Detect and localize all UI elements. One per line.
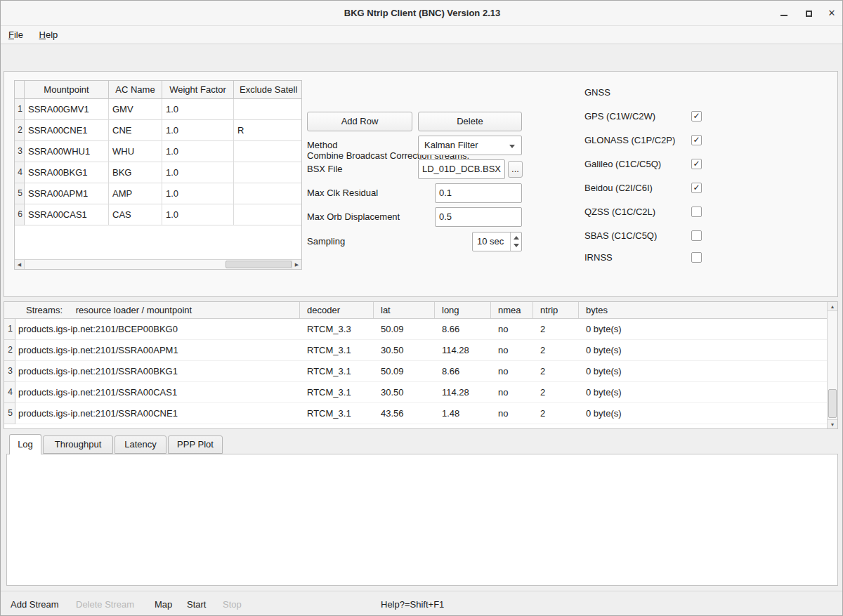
menu-file[interactable]: File — [3, 26, 29, 44]
scroll-down-icon[interactable]: ▼ — [828, 419, 837, 428]
method-value: Kalman Filter — [424, 140, 478, 150]
minimize-button[interactable] — [773, 1, 795, 26]
col-header-decoder: decoder — [300, 302, 374, 318]
start-action[interactable]: Start — [187, 598, 206, 611]
scrollbar-thumb[interactable] — [226, 261, 292, 268]
gnss-item-irnss: IRNSS — [584, 251, 702, 264]
col-header-ac-name: AC Name — [109, 81, 162, 98]
table-row[interactable]: 5 SSRA00APM1 AMP 1.0 — [15, 183, 301, 204]
sbas-checkbox[interactable] — [691, 230, 702, 241]
delete-button[interactable]: Delete — [418, 112, 522, 131]
top-tab-bar: SP3 Comparison Broadcast Corrections Fee… — [1, 50, 843, 72]
gnss-title: GNSS — [584, 87, 610, 98]
max-orb-displacement-input[interactable]: 0.5 — [435, 207, 522, 227]
stream-row[interactable]: 4 products.igs-ip.net:2101/SSRA00CAS1 RT… — [4, 382, 837, 403]
minimize-icon — [780, 15, 788, 16]
toolbar-separator — [1, 591, 843, 591]
col-header-mountpoint: Mountpoint — [25, 81, 109, 98]
add-stream-action[interactable]: Add Stream — [11, 598, 59, 611]
scrollbar-thumb[interactable] — [828, 389, 837, 418]
help-hint: Help?=Shift+F1 — [381, 598, 444, 611]
bnc-window: { "window": { "title": "BKG Ntrip Client… — [0, 0, 843, 616]
galileo-checkbox[interactable] — [691, 159, 702, 169]
spin-up-icon[interactable] — [514, 236, 519, 240]
gps-checkbox[interactable] — [691, 111, 702, 122]
browse-button[interactable]: ... — [508, 161, 523, 178]
qzss-checkbox[interactable] — [691, 207, 702, 217]
col-header-nmea: nmea — [491, 302, 533, 318]
maximize-button[interactable] — [798, 1, 819, 26]
streams-header: Streams: resource loader / mountpoint de… — [4, 302, 837, 319]
max-orb-displacement-label: Max Orb Displacement — [307, 207, 400, 227]
combination-table-header: Mountpoint AC Name Weight Factor Exclude… — [15, 81, 301, 99]
tab-log[interactable]: Log — [9, 434, 41, 454]
stream-row[interactable]: 2 products.igs-ip.net:2101/SSRA00APM1 RT… — [4, 340, 837, 361]
method-label: Method — [307, 136, 337, 155]
col-header-long: long — [435, 302, 491, 318]
table-row[interactable]: 6 SSRA00CAS1 CAS 1.0 — [15, 204, 301, 225]
max-clk-residual-label: Max Clk Residual — [307, 183, 378, 203]
combination-table: Mountpoint AC Name Weight Factor Exclude… — [14, 80, 302, 270]
scroll-right-icon[interactable]: ▶ — [292, 260, 301, 269]
col-header-exclude-satellites: Exclude Satell — [234, 81, 301, 98]
col-header-mountpoint: resource loader / mountpoint — [65, 305, 192, 315]
menu-help[interactable]: Help — [34, 26, 64, 44]
col-header-lat: lat — [374, 302, 435, 318]
add-row-button[interactable]: Add Row — [307, 112, 412, 131]
stream-row[interactable]: 3 products.igs-ip.net:2101/SSRA00BKG1 RT… — [4, 361, 837, 382]
streams-table: Streams: resource loader / mountpoint de… — [4, 301, 838, 429]
table-row[interactable]: 4 SSRA00BKG1 BKG 1.0 — [15, 162, 301, 183]
horizontal-scrollbar[interactable]: ◀ ▶ — [15, 259, 301, 269]
title-bar: BKG Ntrip Client (BNC) Version 2.13 ✕ — [1, 1, 843, 26]
gnss-item-sbas: SBAS (C1C/C5Q) — [584, 230, 702, 242]
vertical-scrollbar[interactable]: ▲ ▼ — [827, 302, 837, 428]
sampling-label: Sampling — [307, 232, 345, 251]
log-output-area[interactable] — [6, 454, 838, 586]
sampling-spinner[interactable]: 10 sec — [472, 232, 522, 251]
col-header-bytes: bytes — [579, 302, 837, 318]
table-row[interactable]: 3 SSRA00WHU1 WHU 1.0 — [15, 141, 301, 162]
chevron-down-icon — [509, 145, 515, 148]
tab-throughput[interactable]: Throughput — [43, 435, 113, 454]
stream-row[interactable]: 1 products.igs-ip.net:2101/BCEP00BKG0 RT… — [4, 319, 837, 340]
delete-stream-action: Delete Stream — [76, 598, 134, 611]
gnss-item-qzss: QZSS (C1C/C2L) — [584, 206, 702, 218]
window-title: BKG Ntrip Client (BNC) Version 2.13 — [1, 1, 843, 26]
scroll-left-icon[interactable]: ◀ — [15, 260, 25, 269]
stream-row[interactable]: 5 products.igs-ip.net:2101/SSRA00CNE1 RT… — [4, 403, 837, 424]
gnss-item-galileo: Galileo (C1C/C5Q) — [584, 158, 702, 171]
bsx-file-label: BSX File — [307, 159, 343, 179]
combine-corrections-panel: Mountpoint AC Name Weight Factor Exclude… — [4, 71, 838, 297]
table-row[interactable]: 1 SSRA00GMV1 GMV 1.0 — [15, 99, 301, 120]
maximize-icon — [806, 11, 812, 17]
tab-latency[interactable]: Latency — [115, 435, 166, 454]
scroll-up-icon[interactable]: ▲ — [828, 302, 837, 311]
close-button[interactable]: ✕ — [821, 1, 842, 26]
max-clk-residual-input[interactable]: 0.1 — [435, 183, 522, 203]
col-header-weight-factor: Weight Factor — [162, 81, 234, 98]
method-select[interactable]: Kalman Filter — [418, 136, 522, 155]
gnss-item-glonass: GLONASS (C1P/C2P) — [584, 134, 702, 147]
map-action[interactable]: Map — [155, 598, 172, 611]
gnss-item-gps: GPS (C1W/C2W) — [584, 110, 702, 123]
glonass-checkbox[interactable] — [691, 135, 702, 145]
col-header-ntrip: ntrip — [533, 302, 579, 318]
close-icon: ✕ — [828, 8, 836, 18]
irnss-checkbox[interactable] — [691, 252, 702, 263]
spin-down-icon[interactable] — [514, 244, 519, 247]
stop-action: Stop — [223, 598, 242, 611]
tab-ppp-plot[interactable]: PPP Plot — [168, 435, 223, 454]
sampling-value: 10 sec — [477, 236, 504, 247]
table-row[interactable]: 2 SSRA00CNE1 CNE 1.0 R — [15, 120, 301, 141]
bsx-file-input[interactable]: LD_01D_DCB.BSX — [418, 159, 505, 179]
menu-bar: File Help — [1, 26, 843, 44]
gnss-item-beidou: Beidou (C2I/C6I) — [584, 182, 702, 195]
beidou-checkbox[interactable] — [691, 183, 702, 193]
streams-label: Streams: — [26, 305, 63, 315]
